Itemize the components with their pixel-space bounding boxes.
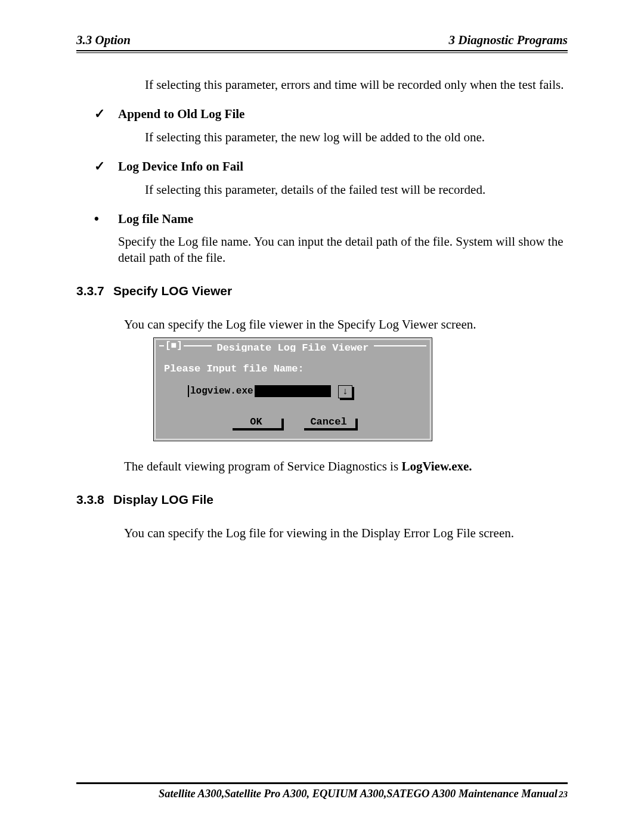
ok-button[interactable]: OK bbox=[230, 416, 281, 428]
section-title: Specify LOG Viewer bbox=[113, 284, 232, 298]
section-338-intro: You can specify the Log file for viewing… bbox=[124, 525, 568, 541]
cancel-button[interactable]: Cancel bbox=[302, 416, 355, 428]
header-left: 3.3 Option bbox=[76, 33, 131, 48]
default-viewer-text: The default viewing program of Service D… bbox=[124, 459, 568, 474]
dialog-prompt: Please Input file Name: bbox=[156, 352, 430, 385]
default-viewer-name: LogView.exe. bbox=[401, 459, 472, 473]
section-title: Display LOG File bbox=[113, 493, 213, 506]
filename-input[interactable]: logview.exe bbox=[188, 385, 331, 397]
bullet-append-to-old-log: ✓ Append to Old Log File bbox=[94, 106, 568, 122]
designate-log-viewer-dialog: [■] Designate Log File Viewer Please Inp… bbox=[154, 338, 432, 440]
page-footer: Satellite A300,Satellite Pro A300, EQUIU… bbox=[76, 788, 568, 800]
dialog-title-wrap: Designate Log File Viewer bbox=[156, 340, 430, 352]
page-footer-wrap: Satellite A300,Satellite Pro A300, EQUIU… bbox=[76, 782, 568, 800]
header-right: 3 Diagnostic Programs bbox=[448, 33, 568, 48]
paragraph-logname-desc: Specify the Log file name. You can input… bbox=[118, 234, 568, 265]
checkmark-icon: ✓ bbox=[94, 106, 118, 122]
section-337-heading: 3.3.7Specify LOG Viewer bbox=[76, 283, 568, 299]
section-number: 3.3.7 bbox=[76, 283, 113, 299]
filename-input-value: logview.exe bbox=[189, 385, 255, 397]
paragraph-fail-record: If selecting this parameter, errors and … bbox=[145, 77, 568, 92]
section-337-intro: You can specify the Log file viewer in t… bbox=[124, 317, 568, 332]
section-number: 3.3.8 bbox=[76, 492, 113, 507]
dropdown-arrow-icon[interactable]: ↓ bbox=[338, 385, 352, 398]
dialog-screenshot: [■] Designate Log File Viewer Please Inp… bbox=[154, 338, 568, 440]
footer-rule-thick bbox=[76, 783, 568, 784]
dialog-button-row: OK Cancel bbox=[156, 416, 430, 428]
dialog-input-row: logview.exe ↓ bbox=[156, 385, 430, 398]
document-page: 3.3 Option 3 Diagnostic Programs If sele… bbox=[0, 0, 644, 833]
section-338-heading: 3.3.8Display LOG File bbox=[76, 492, 568, 507]
checkmark-icon: ✓ bbox=[94, 158, 118, 175]
bullet-log-file-name: • Log file Name bbox=[94, 210, 568, 227]
page-content: If selecting this parameter, errors and … bbox=[76, 53, 568, 541]
bullet-log-device-info: ✓ Log Device Info on Fail bbox=[94, 158, 568, 175]
page-number: 23 bbox=[559, 789, 568, 799]
paragraph-device-desc: If selecting this parameter, details of … bbox=[145, 182, 568, 197]
dialog-titlebar: [■] Designate Log File Viewer bbox=[156, 340, 430, 352]
footer-text: Satellite A300,Satellite Pro A300, EQUIU… bbox=[159, 788, 558, 800]
bullet-title: Log file Name bbox=[118, 211, 193, 227]
header-rule-thick bbox=[76, 50, 568, 51]
bullet-title: Append to Old Log File bbox=[118, 106, 244, 122]
default-viewer-pre: The default viewing program of Service D… bbox=[124, 459, 401, 473]
bullet-title: Log Device Info on Fail bbox=[118, 159, 243, 174]
dialog-title-text: Designate Log File Viewer bbox=[212, 342, 373, 352]
page-header: 3.3 Option 3 Diagnostic Programs bbox=[76, 33, 568, 50]
paragraph-append-desc: If selecting this parameter, the new log… bbox=[145, 129, 568, 145]
bullet-dot-icon: • bbox=[94, 210, 118, 227]
